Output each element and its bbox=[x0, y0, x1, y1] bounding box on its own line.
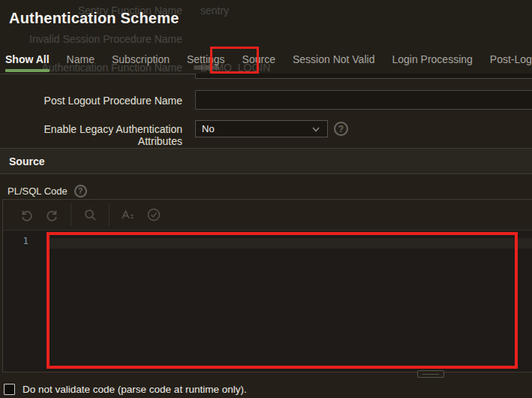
enable-legacy-auth-attributes-label: Enable Legacy Authentication Attributes bbox=[0, 123, 182, 147]
tab-login-processing[interactable]: Login Processing bbox=[392, 45, 472, 74]
tab-name[interactable]: Name bbox=[67, 45, 95, 74]
page-header: Sentry Function Name sentry Invalid Sess… bbox=[0, 0, 532, 74]
tab-source[interactable]: Source bbox=[242, 45, 275, 74]
source-section-title: Source bbox=[9, 155, 44, 167]
validate-option-row: Do not validate code (parse code at runt… bbox=[4, 384, 247, 395]
region-tab-bar: Show All Name Subscription Settings Sour… bbox=[5, 45, 532, 74]
tab-subscription[interactable]: Subscription bbox=[112, 45, 170, 74]
page-title: Authentication Scheme bbox=[9, 10, 179, 27]
redo-icon[interactable] bbox=[39, 204, 65, 226]
code-editor-toolbar bbox=[3, 200, 532, 231]
autocomplete-icon[interactable] bbox=[116, 204, 141, 226]
code-input-area[interactable] bbox=[47, 231, 532, 372]
authentication-function-name-input-partial[interactable] bbox=[195, 74, 532, 79]
tab-settings[interactable]: Settings bbox=[187, 45, 225, 74]
do-not-validate-checkbox[interactable] bbox=[4, 384, 15, 395]
line-number-gutter: 1 bbox=[3, 231, 47, 372]
toolbar-separator bbox=[71, 204, 71, 226]
tab-post-logout-url[interactable]: Post-Logout URL bbox=[490, 45, 532, 74]
ghost-form-row: Invalid Session Procedure Name bbox=[0, 33, 532, 45]
help-icon[interactable]: ? bbox=[74, 185, 87, 197]
ghost-value: sentry bbox=[200, 5, 229, 17]
editor-resize-handle[interactable] bbox=[417, 370, 444, 378]
toolbar-separator bbox=[109, 204, 110, 226]
current-line-highlight bbox=[47, 238, 532, 249]
source-section-header: Source bbox=[0, 148, 532, 174]
plsql-code-label: PL/SQL Code bbox=[8, 185, 68, 197]
post-logout-procedure-name-label: Post Logout Procedure Name bbox=[0, 95, 182, 107]
validate-icon[interactable] bbox=[141, 204, 167, 226]
tab-session-not-valid[interactable]: Session Not Valid bbox=[293, 45, 374, 74]
chevron-down-icon bbox=[311, 124, 321, 134]
plsql-code-label-row: PL/SQL Code ? bbox=[8, 184, 87, 197]
line-number: 1 bbox=[3, 234, 47, 248]
post-logout-procedure-name-input[interactable] bbox=[195, 90, 532, 110]
tab-show-all[interactable]: Show All bbox=[5, 45, 50, 74]
find-icon[interactable] bbox=[77, 204, 103, 226]
help-icon[interactable]: ? bbox=[334, 122, 348, 136]
code-editor-body: 1 bbox=[3, 231, 532, 372]
ghost-label: Invalid Session Procedure Name bbox=[0, 33, 182, 45]
enable-legacy-auth-attributes-select[interactable]: No bbox=[195, 120, 328, 137]
undo-icon[interactable] bbox=[14, 204, 39, 226]
plsql-code-editor: 1 bbox=[2, 199, 532, 372]
do-not-validate-label: Do not validate code (parse code at runt… bbox=[23, 384, 247, 395]
select-value: No bbox=[202, 123, 215, 134]
